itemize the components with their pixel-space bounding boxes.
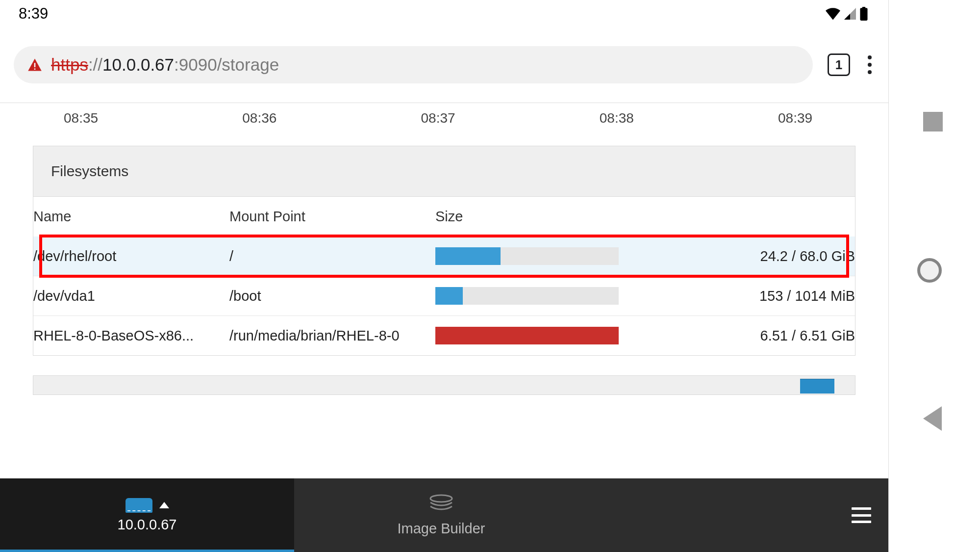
filesystem-row[interactable]: RHEL-8-0-BaseOS-x86.../run/media/brian/R… (33, 316, 855, 356)
fs-mount-cell: / (229, 237, 435, 276)
back-button[interactable] (923, 406, 942, 431)
chart-x-axis-labels: 08:35 08:36 08:37 08:38 08:39 (0, 103, 888, 146)
status-bar-time: 8:39 (19, 5, 48, 23)
url-bar[interactable]: https://10.0.0.67:9090/storage (14, 46, 813, 83)
cockpit-menu-button[interactable] (834, 478, 888, 552)
fs-name-cell: /dev/rhel/root (33, 237, 229, 276)
column-header-mount[interactable]: Mount Point (229, 197, 435, 237)
add-nfs-mount-button[interactable] (800, 379, 834, 394)
home-button[interactable] (917, 258, 942, 283)
svg-rect-1 (862, 7, 865, 8)
time-label: 08:38 (600, 110, 663, 126)
url-scheme-separator: :// (88, 55, 102, 74)
svg-rect-3 (34, 69, 36, 70)
fs-name-cell: RHEL-8-0-BaseOS-x86... (33, 316, 229, 356)
fs-usage-bar-cell (435, 237, 622, 276)
time-label: 08:35 (64, 110, 127, 126)
url-text: https://10.0.0.67:9090/storage (51, 55, 799, 75)
svg-point-4 (430, 495, 452, 502)
wifi-icon (826, 7, 840, 20)
filesystem-row[interactable]: /dev/vda1/boot153 / 1014 MiB (33, 276, 855, 316)
time-label: 08:39 (778, 110, 842, 126)
filesystems-panel: Filesystems Name Mount Point Size /dev/r… (33, 146, 855, 356)
usage-bar (435, 287, 619, 305)
time-label: 08:36 (242, 110, 306, 126)
android-system-nav (889, 0, 980, 552)
fs-usage-bar-cell (435, 316, 622, 356)
svg-rect-0 (860, 8, 867, 21)
tab-count: 1 (835, 57, 842, 73)
browser-menu-button[interactable] (865, 53, 875, 76)
host-ip-label: 10.0.0.67 (118, 517, 177, 533)
fs-size-text-cell: 24.2 / 68.0 GiB (622, 237, 855, 276)
browser-chrome-bar: https://10.0.0.67:9090/storage 1 (0, 27, 888, 103)
stack-icon (429, 494, 453, 517)
filesystems-table: Name Mount Point Size /dev/rhel/root/24.… (33, 197, 855, 355)
fs-mount-cell: /boot (229, 276, 435, 316)
url-host: 10.0.0.67 (102, 55, 174, 74)
android-status-bar: 8:39 (0, 0, 888, 27)
fs-size-text-cell: 6.51 / 6.51 GiB (622, 316, 855, 356)
fs-usage-bar-cell (435, 276, 622, 316)
image-builder-tab[interactable]: Image Builder (294, 478, 588, 552)
page-content[interactable]: 08:35 08:36 08:37 08:38 08:39 Filesystem… (0, 103, 888, 552)
url-port: :9090/ (174, 55, 222, 74)
time-label: 08:37 (421, 110, 485, 126)
nfs-mounts-panel (33, 375, 855, 395)
filesystem-row[interactable]: /dev/rhel/root/24.2 / 68.0 GiB (33, 237, 855, 276)
status-bar-icons (826, 7, 868, 21)
svg-rect-2 (34, 63, 36, 67)
url-scheme: https (51, 55, 88, 74)
tab-switcher-button[interactable]: 1 (828, 53, 850, 76)
image-builder-label: Image Builder (398, 521, 485, 537)
usage-bar (435, 247, 619, 265)
column-header-size[interactable]: Size (435, 197, 622, 237)
fs-mount-cell: /run/media/brian/RHEL-8-0 (229, 316, 435, 356)
fs-name-cell: /dev/vda1 (33, 276, 229, 316)
hamburger-icon (852, 507, 871, 523)
host-switcher-tab[interactable]: 10.0.0.67 (0, 478, 294, 552)
battery-icon (860, 7, 868, 21)
usage-fill (435, 287, 463, 305)
fs-size-text-cell: 153 / 1014 MiB (622, 276, 855, 316)
not-secure-warning-icon (27, 57, 42, 72)
usage-bar (435, 327, 619, 344)
bottom-navigation-bar: 10.0.0.67 Image Builder (0, 478, 888, 552)
cell-signal-icon (844, 8, 856, 20)
column-header-name[interactable]: Name (33, 197, 229, 237)
usage-fill (435, 247, 501, 265)
filesystems-panel-title: Filesystems (33, 146, 855, 197)
chevron-up-icon (159, 502, 169, 508)
usage-fill (435, 327, 619, 344)
recent-apps-button[interactable] (923, 112, 943, 131)
drive-icon (126, 498, 152, 513)
column-header-size-value (622, 197, 855, 237)
url-path: storage (222, 55, 279, 74)
